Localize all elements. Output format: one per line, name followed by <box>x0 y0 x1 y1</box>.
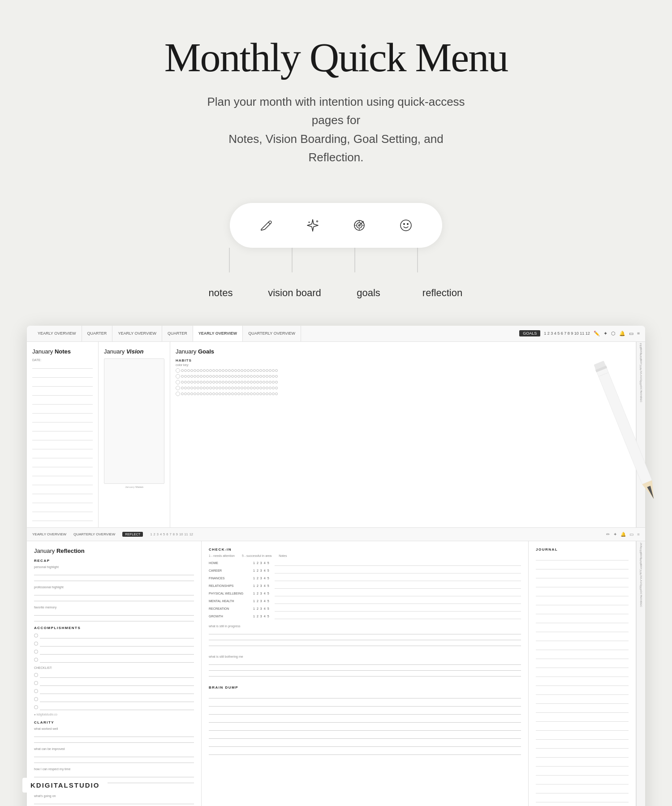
nav-tab-yearly-3[interactable]: YEARLY OVERVIEW <box>193 326 243 342</box>
page-numbers: 1 2 3 4 5 6 7 8 9 10 11 12 <box>544 331 590 336</box>
vision-board-icon-button[interactable] <box>301 214 324 237</box>
nav-tab-quarter-1[interactable]: QUARTER <box>82 326 113 342</box>
note-line <box>32 516 93 521</box>
note-line <box>32 408 93 414</box>
note-line <box>32 489 93 494</box>
checkin-row-relationships: RELATIONSHIPS 12345 <box>209 583 521 589</box>
checkin-row-recreation: RECREATION 12345 <box>209 606 521 612</box>
svg-point-6 <box>401 220 411 231</box>
nav-tab-yearly-1[interactable]: YEARLY OVERVIEW <box>32 326 82 342</box>
checkin-row-finances: FINANCES 12345 <box>209 575 521 581</box>
pencil-icon <box>258 217 275 234</box>
checkin-scale-labels: 1 - needs attention 5 - successful in ar… <box>209 554 521 557</box>
nav-tab-quarter-2[interactable]: QUARTER <box>162 326 193 342</box>
icon-pill <box>230 203 442 248</box>
note-line <box>32 372 93 378</box>
svg-point-2 <box>309 222 310 223</box>
connector-lines <box>184 248 488 284</box>
accomplishments-heading: ACCOMPLISHMENTS <box>34 626 194 630</box>
note-line <box>32 381 93 387</box>
reflection-body: January Reflection RECAP personal highli… <box>27 541 645 806</box>
checkin-row-growth: GROWTH 12345 <box>209 613 521 619</box>
reflect-badge: REFLECT <box>122 532 143 537</box>
note-line <box>32 390 93 396</box>
checkin-heading: CHECK-IN <box>209 547 521 552</box>
date-label: DATE: <box>32 358 93 362</box>
checklist-item <box>34 688 194 694</box>
icon-labels: notes vision board goals reflection <box>184 287 479 299</box>
share-icon-small[interactable]: ⬡ <box>611 331 616 336</box>
footer-brand: KDIGITALSTUDIO <box>22 778 108 793</box>
notes-label: notes <box>184 287 258 299</box>
professional-highlight-field: professional highlight <box>34 586 194 601</box>
checkin-rows: HOME 1 2 3 4 5 CAREER <box>209 560 521 619</box>
journal-lines <box>536 554 629 806</box>
svg-point-1 <box>317 220 318 222</box>
month-tab-sep-r[interactable]: SEP <box>638 586 643 591</box>
month-tab-jul-r[interactable]: JUL <box>639 575 643 580</box>
habit-main-circle <box>176 374 180 379</box>
brain-dump-heading: BRAIN DUMP <box>209 685 521 690</box>
reflect-edit-icon[interactable]: ✏ <box>606 532 610 537</box>
reflect-nav-quarterly[interactable]: QUARTERLY OVERVIEW <box>73 532 115 536</box>
edit-icon-small[interactable]: ✏️ <box>594 331 600 336</box>
notes-lines <box>32 363 93 521</box>
icon-section: notes vision board goals reflection <box>0 203 672 299</box>
accomplishment-item <box>34 657 194 663</box>
vision-panel-title: January Vision <box>104 348 164 355</box>
reflect-menu-icon[interactable]: ≡ <box>637 532 640 537</box>
month-tab-jan-r[interactable]: JAN <box>638 543 643 548</box>
reflect-star-icon[interactable]: ✦ <box>613 532 617 537</box>
goals-panel-title: January Goals <box>176 348 630 355</box>
reflect-nav-icons: ✏ ✦ 🔔 ▭ ≡ <box>606 532 640 537</box>
month-tab-dec-r[interactable]: DEC <box>639 601 643 607</box>
month-tab-apr-r[interactable]: APR <box>639 559 643 565</box>
accomplishment-item <box>34 649 194 655</box>
star-icon-small[interactable]: ✦ <box>603 331 607 336</box>
checklist-item <box>34 704 194 710</box>
reflection-section: YEARLY OVERVIEW QUARTERLY OVERVIEW REFLE… <box>27 527 645 806</box>
notes-icon-button[interactable] <box>254 214 278 237</box>
right-sidebar-reflection: JAN FEB MAR APR MAY JUN JUL AUG SEP OCT … <box>636 541 645 806</box>
still-bothering-field: what is still bothering me <box>209 655 521 677</box>
goals-label: goals <box>332 287 405 299</box>
vision-board-area[interactable] <box>104 358 164 484</box>
checkin-row-home: HOME 1 2 3 4 5 <box>209 560 521 566</box>
habit-small-circle <box>181 369 184 372</box>
reflect-right-panel: JOURNAL <box>529 541 636 806</box>
month-tab-may-r[interactable]: MAY <box>638 564 643 569</box>
bell-icon-small[interactable]: 🔔 <box>619 331 625 336</box>
month-tab-jun-r[interactable]: JUN <box>638 569 643 575</box>
reflect-bell-icon[interactable]: 🔔 <box>620 532 626 537</box>
recap-heading: RECAP <box>34 559 194 563</box>
menu-icon-small[interactable]: ≡ <box>637 331 640 336</box>
note-line <box>32 417 93 422</box>
favorite-memory-field: favorite memory <box>34 606 194 621</box>
reflect-left-panel: January Reflection RECAP personal highli… <box>27 541 202 806</box>
nav-tab-quarterly[interactable]: QUARTERLY OVERVIEW <box>243 326 301 342</box>
habit-main-circle <box>176 392 180 396</box>
page-subtitle: Plan your month with intention using qui… <box>202 93 470 167</box>
month-tab-aug-r[interactable]: AUG <box>638 580 643 586</box>
note-line <box>32 462 93 467</box>
checklist-item <box>34 680 194 686</box>
reflect-cal-icon[interactable]: ▭ <box>629 532 633 537</box>
reflection-label: reflection <box>405 287 479 299</box>
sparkle-icon <box>304 217 321 234</box>
checkin-row-mental: MENTAL HEALTH 12345 <box>209 598 521 604</box>
goals-icon-button[interactable] <box>348 214 371 237</box>
nav-tab-yearly-2[interactable]: YEARLY OVERVIEW <box>112 326 162 342</box>
panel-notes: January Notes DATE: <box>27 342 99 527</box>
checklist-item <box>34 672 194 678</box>
habit-row <box>176 392 630 396</box>
reflect-nav-yearly[interactable]: YEARLY OVERVIEW <box>32 532 66 536</box>
reflection-icon-button[interactable] <box>394 214 418 237</box>
note-line <box>32 399 93 405</box>
clarity-heading: CLARITY <box>34 720 194 724</box>
what-worked-field: what worked well <box>34 727 194 743</box>
note-line <box>32 444 93 449</box>
journal-heading: JOURNAL <box>536 547 629 552</box>
footer-brand-container: KDIGITALSTUDIO <box>22 778 108 793</box>
habit-row <box>176 386 630 390</box>
note-line <box>32 471 93 476</box>
